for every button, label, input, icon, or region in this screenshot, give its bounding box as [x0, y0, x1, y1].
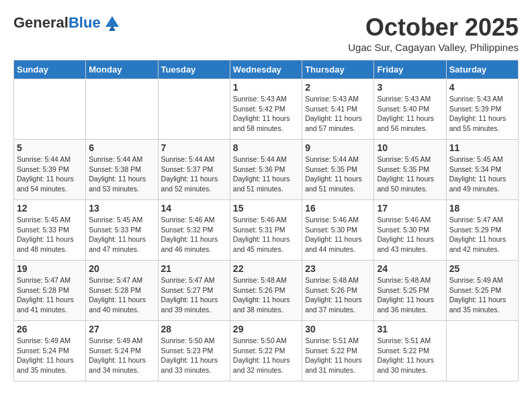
calendar-cell: 6Sunrise: 5:44 AM Sunset: 5:38 PM Daylig…: [86, 140, 158, 200]
day-number: 6: [89, 142, 154, 153]
day-number: 2: [305, 82, 371, 93]
calendar-cell: 27Sunrise: 5:49 AM Sunset: 5:24 PM Dayli…: [86, 321, 158, 381]
day-number: 30: [305, 324, 371, 334]
day-header-tuesday: Tuesday: [158, 60, 230, 79]
calendar-cell: 30Sunrise: 5:51 AM Sunset: 5:22 PM Dayli…: [302, 321, 374, 381]
day-number: 10: [377, 142, 443, 153]
day-info: Sunrise: 5:48 AM Sunset: 5:26 PM Dayligh…: [305, 275, 371, 315]
day-info: Sunrise: 5:48 AM Sunset: 5:26 PM Dayligh…: [233, 275, 299, 315]
calendar-cell: 1Sunrise: 5:43 AM Sunset: 5:42 PM Daylig…: [230, 79, 302, 140]
day-number: 3: [377, 82, 443, 93]
calendar-cell: 4Sunrise: 5:43 AM Sunset: 5:39 PM Daylig…: [446, 79, 518, 140]
calendar-cell: 14Sunrise: 5:46 AM Sunset: 5:32 PM Dayli…: [158, 200, 230, 261]
day-info: Sunrise: 5:49 AM Sunset: 5:24 PM Dayligh…: [17, 336, 83, 375]
day-number: 11: [449, 142, 515, 153]
calendar-cell: 28Sunrise: 5:50 AM Sunset: 5:23 PM Dayli…: [158, 321, 230, 381]
location: Ugac Sur, Cagayan Valley, Philippines: [348, 42, 519, 53]
day-number: 27: [89, 324, 154, 334]
day-info: Sunrise: 5:44 AM Sunset: 5:37 PM Dayligh…: [161, 154, 227, 194]
day-info: Sunrise: 5:43 AM Sunset: 5:39 PM Dayligh…: [449, 94, 515, 134]
day-header-friday: Friday: [374, 60, 446, 79]
day-header-monday: Monday: [86, 60, 158, 79]
day-info: Sunrise: 5:43 AM Sunset: 5:42 PM Dayligh…: [233, 94, 299, 134]
calendar-cell: 26Sunrise: 5:49 AM Sunset: 5:24 PM Dayli…: [14, 321, 86, 381]
calendar-cell: 29Sunrise: 5:50 AM Sunset: 5:22 PM Dayli…: [230, 321, 302, 381]
day-info: Sunrise: 5:48 AM Sunset: 5:25 PM Dayligh…: [377, 275, 443, 315]
calendar-week-3: 12Sunrise: 5:45 AM Sunset: 5:33 PM Dayli…: [14, 200, 519, 261]
day-number: 25: [449, 263, 515, 274]
calendar-week-4: 19Sunrise: 5:47 AM Sunset: 5:28 PM Dayli…: [14, 261, 519, 321]
calendar-cell: 15Sunrise: 5:46 AM Sunset: 5:31 PM Dayli…: [230, 200, 302, 261]
calendar-cell: 12Sunrise: 5:45 AM Sunset: 5:33 PM Dayli…: [14, 200, 86, 261]
calendar-cell: 13Sunrise: 5:45 AM Sunset: 5:33 PM Dayli…: [86, 200, 158, 261]
calendar-cell: 5Sunrise: 5:44 AM Sunset: 5:39 PM Daylig…: [14, 140, 86, 200]
day-info: Sunrise: 5:46 AM Sunset: 5:30 PM Dayligh…: [305, 215, 371, 255]
day-number: 28: [161, 324, 227, 334]
day-header-thursday: Thursday: [302, 60, 374, 79]
day-number: 7: [161, 142, 227, 153]
day-info: Sunrise: 5:44 AM Sunset: 5:39 PM Dayligh…: [17, 154, 83, 194]
calendar-cell: [158, 79, 230, 140]
day-info: Sunrise: 5:47 AM Sunset: 5:28 PM Dayligh…: [17, 275, 83, 315]
day-number: 22: [233, 263, 299, 274]
month-title: October 2025: [348, 13, 519, 42]
calendar-cell: 17Sunrise: 5:46 AM Sunset: 5:30 PM Dayli…: [374, 200, 446, 261]
day-number: 31: [377, 324, 443, 334]
calendar-cell: 23Sunrise: 5:48 AM Sunset: 5:26 PM Dayli…: [302, 261, 374, 321]
day-number: 29: [233, 324, 299, 334]
day-info: Sunrise: 5:47 AM Sunset: 5:27 PM Dayligh…: [161, 275, 227, 315]
day-number: 9: [305, 142, 371, 153]
calendar-cell: 9Sunrise: 5:44 AM Sunset: 5:35 PM Daylig…: [302, 140, 374, 200]
calendar-week-5: 26Sunrise: 5:49 AM Sunset: 5:24 PM Dayli…: [14, 321, 519, 381]
day-number: 21: [161, 263, 227, 274]
day-info: Sunrise: 5:50 AM Sunset: 5:23 PM Dayligh…: [161, 336, 227, 375]
calendar-cell: 25Sunrise: 5:49 AM Sunset: 5:25 PM Dayli…: [446, 261, 518, 321]
day-number: 20: [89, 263, 154, 274]
day-info: Sunrise: 5:44 AM Sunset: 5:36 PM Dayligh…: [233, 154, 299, 194]
calendar-cell: 21Sunrise: 5:47 AM Sunset: 5:27 PM Dayli…: [158, 261, 230, 321]
day-info: Sunrise: 5:47 AM Sunset: 5:29 PM Dayligh…: [449, 215, 515, 255]
calendar-cell: 8Sunrise: 5:44 AM Sunset: 5:36 PM Daylig…: [230, 140, 302, 200]
calendar-cell: 2Sunrise: 5:43 AM Sunset: 5:41 PM Daylig…: [302, 79, 374, 140]
calendar-cell: [86, 79, 158, 140]
day-number: 15: [233, 203, 299, 214]
calendar-cell: 20Sunrise: 5:47 AM Sunset: 5:28 PM Dayli…: [86, 261, 158, 321]
title-block: October 2025 Ugac Sur, Cagayan Valley, P…: [348, 13, 519, 53]
day-headers-row: SundayMondayTuesdayWednesdayThursdayFrid…: [14, 60, 519, 79]
day-info: Sunrise: 5:44 AM Sunset: 5:38 PM Dayligh…: [89, 154, 154, 194]
day-info: Sunrise: 5:45 AM Sunset: 5:33 PM Dayligh…: [89, 215, 154, 255]
calendar-cell: 7Sunrise: 5:44 AM Sunset: 5:37 PM Daylig…: [158, 140, 230, 200]
day-number: 26: [17, 324, 83, 334]
day-header-saturday: Saturday: [446, 60, 518, 79]
calendar-cell: 3Sunrise: 5:43 AM Sunset: 5:40 PM Daylig…: [374, 79, 446, 140]
calendar-table: SundayMondayTuesdayWednesdayThursdayFrid…: [13, 60, 519, 381]
logo: GeneralBlue: [13, 13, 122, 32]
day-number: 5: [17, 142, 83, 153]
day-info: Sunrise: 5:46 AM Sunset: 5:31 PM Dayligh…: [233, 215, 299, 255]
day-number: 19: [17, 263, 83, 274]
day-info: Sunrise: 5:46 AM Sunset: 5:30 PM Dayligh…: [377, 215, 443, 255]
day-info: Sunrise: 5:45 AM Sunset: 5:33 PM Dayligh…: [17, 215, 83, 255]
calendar-week-1: 1Sunrise: 5:43 AM Sunset: 5:42 PM Daylig…: [14, 79, 519, 140]
day-info: Sunrise: 5:46 AM Sunset: 5:32 PM Dayligh…: [161, 215, 227, 255]
day-info: Sunrise: 5:47 AM Sunset: 5:28 PM Dayligh…: [89, 275, 154, 315]
day-header-wednesday: Wednesday: [230, 60, 302, 79]
day-info: Sunrise: 5:45 AM Sunset: 5:34 PM Dayligh…: [449, 154, 515, 194]
day-info: Sunrise: 5:51 AM Sunset: 5:22 PM Dayligh…: [305, 336, 371, 375]
day-number: 23: [305, 263, 371, 274]
day-info: Sunrise: 5:51 AM Sunset: 5:22 PM Dayligh…: [377, 336, 443, 375]
calendar-cell: 11Sunrise: 5:45 AM Sunset: 5:34 PM Dayli…: [446, 140, 518, 200]
page-header: GeneralBlue October 2025 Ugac Sur, Cagay…: [13, 13, 519, 53]
calendar-cell: [14, 79, 86, 140]
day-number: 18: [449, 203, 515, 214]
calendar-cell: 24Sunrise: 5:48 AM Sunset: 5:25 PM Dayli…: [374, 261, 446, 321]
day-info: Sunrise: 5:45 AM Sunset: 5:35 PM Dayligh…: [377, 154, 443, 194]
day-number: 12: [17, 203, 83, 214]
day-number: 8: [233, 142, 299, 153]
day-number: 1: [233, 82, 299, 93]
calendar-cell: 22Sunrise: 5:48 AM Sunset: 5:26 PM Dayli…: [230, 261, 302, 321]
day-number: 24: [377, 263, 443, 274]
calendar-cell: 31Sunrise: 5:51 AM Sunset: 5:22 PM Dayli…: [374, 321, 446, 381]
day-number: 17: [377, 203, 443, 214]
day-number: 16: [305, 203, 371, 214]
